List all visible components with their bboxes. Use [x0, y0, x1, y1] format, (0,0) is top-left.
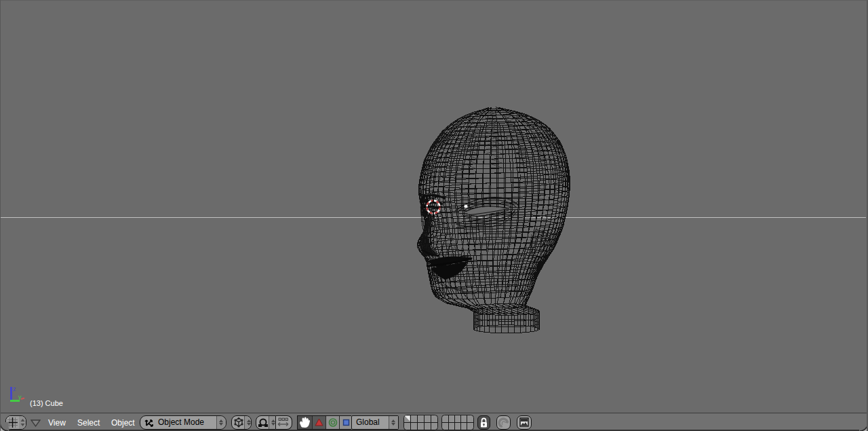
svg-text:z: z — [13, 386, 16, 392]
svg-text:(13) Cube: (13) Cube — [30, 399, 63, 407]
